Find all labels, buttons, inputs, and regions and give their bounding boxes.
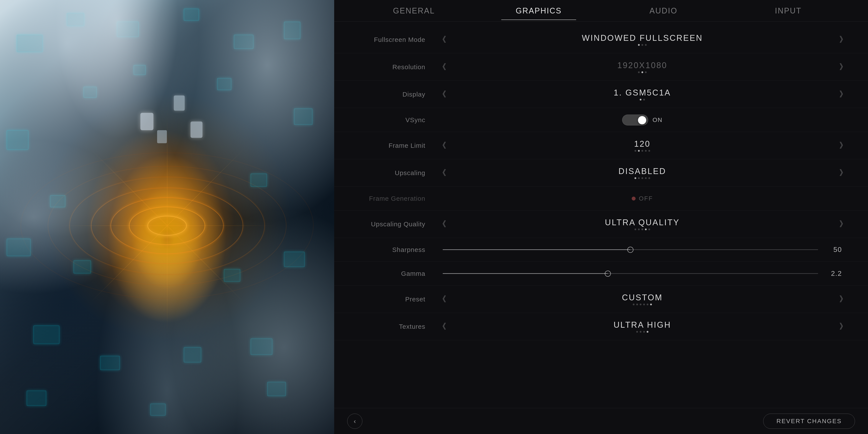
display-value-display: 1. GSM5C1A [450,88,835,100]
frame-generation-status-text: OFF [639,195,653,202]
dot [640,304,642,305]
dot [645,177,647,179]
textures-control: 《 ULTRA HIGH 》 [434,319,850,334]
tab-graphics[interactable]: GRAPHICS [476,2,601,20]
display-dots [450,99,835,100]
dot [643,331,645,333]
dot [650,304,652,305]
dot [648,228,650,230]
fullscreen-mode-prev[interactable]: 《 [434,32,450,47]
dot [648,150,650,152]
dot [634,150,636,152]
mech-unit-2 [174,95,185,111]
textures-value: ULTRA HIGH [450,320,835,330]
gamma-track[interactable] [443,273,818,274]
resolution-next[interactable]: 》 [835,59,850,74]
dot [640,99,642,100]
upscaling-quality-value-display: ULTRA QUALITY [450,218,835,230]
sharpness-thumb[interactable] [627,247,633,253]
gamma-slider-container: 2.2 [434,270,850,278]
fullscreen-mode-row: Fullscreen Mode 《 WINDOWED FULLSCREEN 》 [334,26,868,53]
dot [642,71,643,73]
dot [645,44,647,46]
textures-prev[interactable]: 《 [434,319,450,334]
upscaling-quality-prev[interactable]: 《 [434,217,450,231]
dot [643,99,645,100]
sharpness-slider-container: 50 [434,246,850,254]
gamma-row: Gamma 2.2 [334,262,868,286]
tab-general[interactable]: GENERAL [351,2,476,20]
tab-audio[interactable]: AUDIO [601,2,726,20]
resolution-row: Resolution 《 1920X1080 》 [334,53,868,81]
tab-bar: GENERAL GRAPHICS AUDIO INPUT [334,0,868,22]
frame-generation-label: Frame Generation [351,195,434,202]
dot [645,228,647,230]
frame-generation-status-dot [632,196,636,200]
vsync-toggle-label: ON [653,117,662,123]
frame-limit-next[interactable]: 》 [835,138,850,153]
upscaling-quality-control: 《 ULTRA QUALITY 》 [434,217,850,231]
display-value: 1. GSM5C1A [450,88,835,97]
revert-changes-button[interactable]: REVERT CHANGES [763,413,855,429]
resolution-label: Resolution [351,63,434,71]
display-label: Display [351,91,434,98]
upscaling-quality-dots [450,228,835,230]
dot [645,71,647,73]
fullscreen-mode-value-display: WINDOWED FULLSCREEN [450,33,835,46]
frame-limit-prev[interactable]: 《 [434,138,450,153]
vsync-toggle[interactable] [622,115,648,125]
dot [638,228,640,230]
dot [638,44,640,46]
sharpness-row: Sharpness 50 [334,238,868,262]
settings-content: Fullscreen Mode 《 WINDOWED FULLSCREEN 》 … [334,22,868,408]
gamma-thumb[interactable] [605,271,611,277]
settings-panel: GENERAL GRAPHICS AUDIO INPUT Fullscreen … [334,0,868,434]
gamma-label: Gamma [351,270,434,277]
display-next[interactable]: 》 [835,87,850,102]
upscaling-quality-row: Upscaling Quality 《 ULTRA QUALITY 》 [334,211,868,238]
dot [638,177,640,179]
dot [636,304,638,305]
frame-limit-label: Frame Limit [351,142,434,149]
vsync-toggle-container: ON [622,115,662,125]
fullscreen-mode-next[interactable]: 》 [835,32,850,47]
frame-generation-control: OFF [434,195,850,202]
dot [638,71,640,73]
fullscreen-mode-dots [450,44,835,46]
dot [634,177,636,179]
dot [642,150,643,152]
upscaling-value-display: DISABLED [450,167,835,179]
dot [642,228,643,230]
preset-prev[interactable]: 《 [434,292,450,307]
upscaling-row: Upscaling 《 DISABLED 》 [334,159,868,187]
tab-input[interactable]: INPUT [726,2,850,20]
frame-generation-off-indicator: OFF [632,195,653,202]
textures-value-display: ULTRA HIGH [450,320,835,333]
game-screenshot-panel [0,0,334,434]
preset-dots [450,304,835,305]
upscaling-quality-next[interactable]: 》 [835,217,850,231]
resolution-prev[interactable]: 《 [434,59,450,74]
textures-next[interactable]: 》 [835,319,850,334]
upscaling-next[interactable]: 》 [835,165,850,180]
frame-limit-value-display: 120 [450,139,835,152]
game-background [0,0,334,434]
resolution-value: 1920X1080 [450,61,835,70]
dot [642,44,643,46]
sharpness-fill [443,249,630,250]
preset-value-display: CUSTOM [450,293,835,305]
sharpness-control: 50 [434,246,850,254]
upscaling-prev[interactable]: 《 [434,165,450,180]
sharpness-track[interactable] [443,249,818,250]
dot [645,150,647,152]
resolution-dots [450,71,835,73]
preset-next[interactable]: 》 [835,292,850,307]
display-prev[interactable]: 《 [434,87,450,102]
upscaling-dots [450,177,835,179]
frame-generation-row: Frame Generation OFF [334,187,868,211]
upscaling-value: DISABLED [450,167,835,176]
display-row: Display 《 1. GSM5C1A 》 [334,81,868,108]
mech-unit-3 [190,122,203,138]
back-button[interactable]: ‹ [347,413,362,429]
preset-control: 《 CUSTOM 》 [434,292,850,307]
